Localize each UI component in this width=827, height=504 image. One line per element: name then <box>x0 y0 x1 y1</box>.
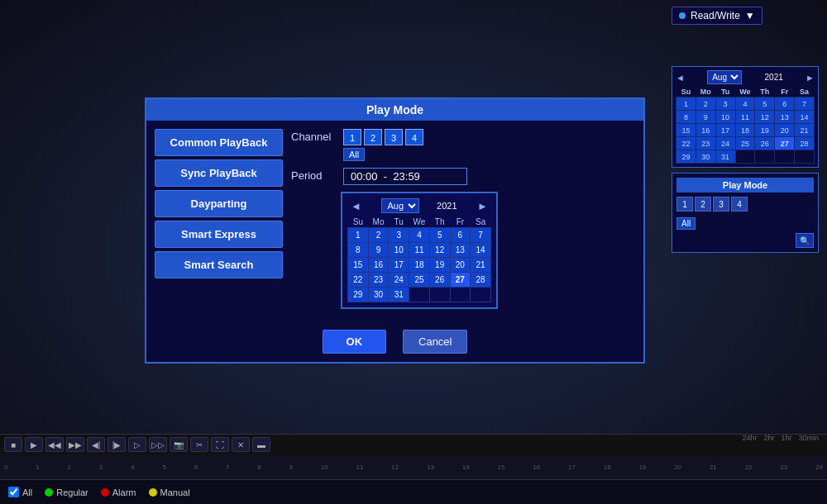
cal-popup-day-28[interactable]: 28 <box>471 273 491 288</box>
pm-search-btn[interactable]: 🔍 <box>796 233 814 248</box>
cal-popup-day-8[interactable]: 8 <box>348 243 369 258</box>
cal-popup-day-19[interactable]: 19 <box>429 258 450 273</box>
channel-btn-4[interactable]: 4 <box>405 129 423 145</box>
cal-popup-day-10[interactable]: 10 <box>389 243 409 258</box>
ok-button[interactable]: OK <box>323 330 387 354</box>
cal-widget-day-17[interactable]: 17 <box>715 124 735 137</box>
cal-widget-day-4[interactable]: 4 <box>735 97 755 111</box>
cal-popup-day-29[interactable]: 29 <box>348 288 369 302</box>
tl-ctrl-snapshot[interactable]: 📷 <box>170 437 188 452</box>
cal-popup-day-14[interactable]: 14 <box>471 243 491 258</box>
pm-channel-btn-2[interactable]: 2 <box>695 197 711 212</box>
cal-widget-day-22[interactable]: 22 <box>676 137 696 150</box>
tl-ctrl-stop[interactable]: ■ <box>4 437 22 452</box>
cal-popup-day-24[interactable]: 24 <box>389 273 409 288</box>
cal-widget-day-13[interactable]: 13 <box>775 111 795 124</box>
cal-widget-day-16[interactable]: 16 <box>696 124 715 137</box>
cal-popup-day-6[interactable]: 6 <box>450 228 471 243</box>
status-all-checkbox[interactable] <box>8 487 19 497</box>
cal-widget-day-20[interactable]: 20 <box>775 124 795 137</box>
tl-ctrl-slow[interactable]: ▷ <box>128 437 146 452</box>
cal-popup-day-22[interactable]: 22 <box>348 273 369 288</box>
cal-popup-day-4[interactable]: 4 <box>409 228 430 243</box>
cal-popup-day-5[interactable]: 5 <box>429 228 450 243</box>
cal-popup-day-2[interactable]: 2 <box>368 228 389 243</box>
channel-btn-3[interactable]: 3 <box>385 129 403 145</box>
cal-popup-day-27[interactable]: 27 <box>450 273 471 288</box>
read-write-select[interactable]: Read/Write ▼ <box>672 7 762 25</box>
period-input[interactable] <box>343 168 467 185</box>
tl-ctrl-next-frame[interactable]: |▶ <box>108 437 126 452</box>
cal-popup-day-21[interactable]: 21 <box>471 258 491 273</box>
tl-ctrl-close[interactable]: ✕ <box>232 437 250 452</box>
cal-popup-day-7[interactable]: 7 <box>471 228 491 243</box>
cal-popup-day-16[interactable]: 16 <box>368 258 389 273</box>
cal-widget-day-28[interactable]: 28 <box>795 137 815 150</box>
cal-popup-day-25[interactable]: 25 <box>409 273 430 288</box>
cal-widget-day-19[interactable]: 19 <box>755 124 775 137</box>
cal-widget-day-15[interactable]: 15 <box>676 124 696 137</box>
cal-widget-day-27[interactable]: 27 <box>775 137 795 150</box>
cancel-button[interactable]: Cancel <box>403 330 467 354</box>
cal-month-select[interactable]: Aug <box>381 198 419 213</box>
tl-right-label-24hr[interactable]: 24hr <box>742 434 757 442</box>
pm-channel-all[interactable]: All <box>676 217 696 230</box>
cal-widget-day-30[interactable]: 30 <box>696 150 715 164</box>
cal-next-btn[interactable]: ► <box>474 200 491 212</box>
cal-widget-day-11[interactable]: 11 <box>735 111 755 124</box>
cal-popup-day-1[interactable]: 1 <box>348 228 369 243</box>
cal-widget-day-5[interactable]: 5 <box>755 97 775 111</box>
cal-popup-day-18[interactable]: 18 <box>409 258 430 273</box>
cal-popup-day-26[interactable]: 26 <box>429 273 450 288</box>
menu-btn-common-playback[interactable]: Common PlayBack <box>155 129 283 156</box>
tl-ctrl-rewind[interactable]: ◀◀ <box>45 437 64 452</box>
tl-right-label-2hr[interactable]: 2hr <box>763 434 774 442</box>
cal-widget-day-31[interactable]: 31 <box>715 150 735 164</box>
tl-ctrl-speed[interactable]: ▷▷ <box>149 437 167 452</box>
tl-ctrl-play[interactable]: ▶ <box>25 437 43 452</box>
cal-popup-day-17[interactable]: 17 <box>389 258 409 273</box>
cal-popup-day-30[interactable]: 30 <box>368 288 389 302</box>
cal-widget-day-1[interactable]: 1 <box>676 97 696 111</box>
cal-widget-day-12[interactable]: 12 <box>755 111 775 124</box>
cal-widget-day-26[interactable]: 26 <box>755 137 775 150</box>
cal-widget-day-9[interactable]: 9 <box>696 111 715 124</box>
cal-widget-day-29[interactable]: 29 <box>676 150 696 164</box>
cal-popup-day-23[interactable]: 23 <box>368 273 389 288</box>
tl-right-label-1hr[interactable]: 1hr <box>781 434 791 442</box>
cal-widget-next-btn[interactable]: ► <box>805 73 815 83</box>
cal-popup-day-9[interactable]: 9 <box>368 243 389 258</box>
pm-channel-btn-3[interactable]: 3 <box>713 197 729 212</box>
tl-ctrl-clip[interactable]: ✂ <box>190 437 208 452</box>
cal-widget-day-7[interactable]: 7 <box>795 97 815 111</box>
menu-btn-smart-search[interactable]: Smart Search <box>155 251 283 278</box>
cal-popup-day-13[interactable]: 13 <box>450 243 471 258</box>
cal-widget-month-select[interactable]: Aug <box>707 70 742 84</box>
tl-ctrl-fast-forward[interactable]: ▶▶ <box>66 437 84 452</box>
tl-ctrl-rect[interactable]: ▬ <box>252 437 270 452</box>
menu-btn-dayparting[interactable]: Dayparting <box>155 190 283 217</box>
menu-btn-smart-express[interactable]: Smart Express <box>155 221 283 248</box>
cal-widget-day-24[interactable]: 24 <box>715 137 735 150</box>
pm-channel-btn-4[interactable]: 4 <box>731 197 748 212</box>
cal-widget-day-14[interactable]: 14 <box>795 111 815 124</box>
menu-btn-sync-playback[interactable]: Sync PlayBack <box>155 159 283 187</box>
cal-popup-day-11[interactable]: 11 <box>409 243 430 258</box>
cal-widget-day-21[interactable]: 21 <box>795 124 815 137</box>
channel-all-btn[interactable]: All <box>343 148 365 161</box>
cal-widget-day-10[interactable]: 10 <box>715 111 735 124</box>
tl-ctrl-prev-frame[interactable]: ◀| <box>87 437 105 452</box>
tl-right-label-30min[interactable]: 30min <box>798 434 819 442</box>
cal-widget-day-18[interactable]: 18 <box>735 124 755 137</box>
channel-btn-2[interactable]: 2 <box>364 129 382 145</box>
cal-widget-day-2[interactable]: 2 <box>696 97 715 111</box>
tl-ctrl-fullscreen[interactable]: ⛶ <box>211 437 229 452</box>
cal-popup-day-20[interactable]: 20 <box>450 258 471 273</box>
cal-widget-day-25[interactable]: 25 <box>735 137 755 150</box>
cal-popup-day-15[interactable]: 15 <box>348 258 369 273</box>
cal-popup-day-12[interactable]: 12 <box>429 243 450 258</box>
channel-btn-1[interactable]: 1 <box>343 129 361 145</box>
cal-widget-day-6[interactable]: 6 <box>775 97 795 111</box>
cal-widget-day-23[interactable]: 23 <box>696 137 715 150</box>
cal-popup-day-3[interactable]: 3 <box>389 228 409 243</box>
